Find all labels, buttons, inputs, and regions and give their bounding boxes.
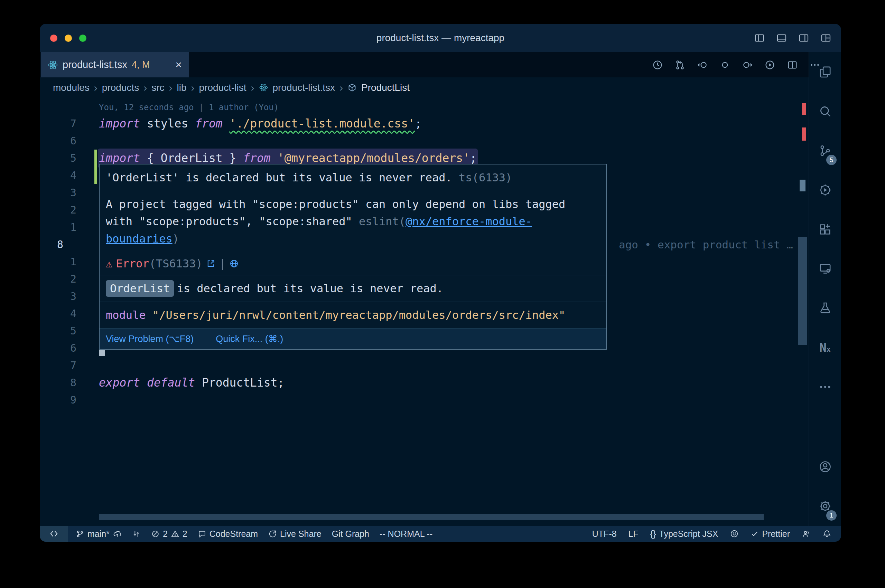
breadcrumb-item-product-list[interactable]: product-list <box>199 82 246 93</box>
git-graph-status[interactable]: Git Graph <box>332 529 369 539</box>
react-file-icon <box>48 60 58 70</box>
chevron-right-icon: › <box>340 82 343 94</box>
problems-status[interactable]: 2 2 <box>151 529 187 539</box>
toggle-sidebar-right-icon[interactable] <box>798 33 809 44</box>
tab-label: product-list.tsx <box>63 59 127 70</box>
settings-badge: 1 <box>826 510 837 520</box>
line-number: 7 <box>40 115 85 132</box>
toggle-panel-icon[interactable] <box>776 33 787 44</box>
activity-source-control[interactable]: 5 <box>809 131 841 170</box>
breadcrumb-item-symbol[interactable]: ProductList <box>361 82 410 93</box>
globe-icon[interactable] <box>229 259 239 268</box>
line-number: 6 <box>40 340 85 357</box>
line-number: 5 <box>40 322 85 340</box>
line-number: 4 <box>40 167 85 184</box>
tab-product-list[interactable]: product-list.tsx 4, M × <box>41 52 189 77</box>
breadcrumb-item-src[interactable]: src <box>152 82 164 93</box>
popup-resize-handle[interactable] <box>99 350 105 356</box>
activity-settings[interactable]: 1 <box>809 486 841 526</box>
status-bar: main* 2 2 CodeStream Live Share <box>40 526 841 542</box>
chevron-right-icon: › <box>251 82 254 94</box>
line-number: 1 <box>40 219 85 236</box>
popup-eslint-rule: A project tagged with "scope:products" c… <box>99 191 606 252</box>
notifications-bell-icon[interactable] <box>822 529 831 538</box>
check-icon <box>751 530 759 538</box>
activity-bar: 5 Nx 1 <box>808 52 841 526</box>
live-share-status[interactable]: Live Share <box>268 529 322 539</box>
activity-extensions[interactable] <box>809 210 841 249</box>
encoding-status[interactable]: UTF-8 <box>592 529 617 539</box>
code-line[interactable]: export default ProductList; <box>99 374 284 392</box>
inline-blame-annotation: ago • export product list … <box>619 236 793 253</box>
breadcrumb-item-products[interactable]: products <box>102 82 139 93</box>
language-status[interactable]: {}TypeScript JSX <box>650 529 718 539</box>
activity-account[interactable] <box>809 447 841 486</box>
popup-message-row: OrderListis declared but its value is ne… <box>99 275 606 302</box>
github-icon[interactable] <box>730 529 739 538</box>
live-share-icon <box>268 530 277 538</box>
code-row[interactable]: 6 <box>40 132 808 150</box>
activity-search[interactable] <box>809 92 841 131</box>
breadcrumb-item-file[interactable]: product-list.tsx <box>273 82 335 93</box>
quick-fix-link[interactable]: Quick Fix... (⌘.) <box>216 332 283 346</box>
remote-indicator[interactable] <box>40 526 68 542</box>
line-number: 5 <box>40 150 85 167</box>
codestream-status[interactable]: CodeStream <box>198 529 258 539</box>
toggle-sidebar-left-icon[interactable] <box>754 33 765 44</box>
editor[interactable]: You, 12 seconds ago | 1 author (You)7imp… <box>40 98 808 526</box>
code-line[interactable]: import styles from './product-list.modul… <box>99 115 422 132</box>
view-problem-link[interactable]: View Problem (⌥F8) <box>106 332 194 346</box>
code-row[interactable]: 9 <box>40 392 808 409</box>
activity-testing[interactable] <box>809 288 841 328</box>
activity-remote-explorer[interactable] <box>809 249 841 288</box>
git-compare-icon[interactable] <box>675 59 685 70</box>
line-number: 1 <box>40 253 85 270</box>
split-editor-icon[interactable] <box>787 59 798 70</box>
git-modified-gutter-bar <box>95 150 97 184</box>
broadcast-icon[interactable] <box>802 529 811 538</box>
vertical-scrollbar[interactable] <box>798 237 807 345</box>
diagnostic-hover-popup: 'OrderList' is declared but its value is… <box>99 164 607 350</box>
code-row[interactable]: 7 <box>40 357 808 374</box>
line-number: 3 <box>40 184 85 201</box>
customize-layout-icon[interactable] <box>820 33 831 44</box>
line-number <box>40 98 85 115</box>
activity-more-views[interactable] <box>809 367 841 406</box>
code-row[interactable]: 7import styles from './product-list.modu… <box>40 115 808 132</box>
prettier-status[interactable]: Prettier <box>751 529 790 539</box>
window-title: product-list.tsx — myreactapp <box>40 24 841 52</box>
popup-actions: View Problem (⌥F8) Quick Fix... (⌘.) <box>99 328 606 349</box>
scm-badge: 5 <box>826 155 837 165</box>
react-file-icon <box>259 83 268 92</box>
change-dot-icon[interactable] <box>720 59 730 70</box>
branch-status[interactable]: main* <box>76 529 122 539</box>
activity-run-debug[interactable] <box>809 170 841 210</box>
eol-status[interactable]: LF <box>628 529 639 539</box>
symbol-cube-icon <box>347 83 357 92</box>
previous-change-icon[interactable] <box>697 59 708 70</box>
run-code-icon[interactable] <box>764 59 775 70</box>
breadcrumb-item-lib[interactable]: lib <box>177 82 187 93</box>
title-bar: product-list.tsx — myreactapp <box>40 24 841 52</box>
code-row[interactable]: 8export default ProductList; <box>40 374 808 392</box>
blame-row[interactable]: You, 12 seconds ago | 1 author (You) <box>40 98 808 115</box>
horizontal-scrollbar[interactable] <box>99 514 764 520</box>
activity-nx-console[interactable]: Nx <box>809 328 841 367</box>
gitlens-compare-status[interactable] <box>132 530 141 538</box>
vim-mode-status[interactable]: -- NORMAL -- <box>380 529 433 539</box>
popup-error-row: ⚠ Error(TS6133) | <box>99 252 606 275</box>
breadcrumb-item-modules[interactable]: modules <box>53 82 90 93</box>
breadcrumb: modules › products › src › lib › product… <box>40 77 808 98</box>
info-ruler-mark <box>799 180 805 191</box>
popup-diagnostic-line: 'OrderList' is declared but its value is… <box>99 165 606 191</box>
next-change-icon[interactable] <box>742 59 753 70</box>
open-external-icon[interactable] <box>206 259 216 268</box>
tab-modified-badge: 4, M <box>132 59 150 70</box>
line-number: 8 <box>40 374 85 392</box>
activity-explorer[interactable] <box>809 52 841 92</box>
line-number: 2 <box>40 201 85 219</box>
tab-close-icon[interactable]: × <box>175 58 182 71</box>
editor-toolbar <box>652 52 820 77</box>
timeline-history-icon[interactable] <box>652 59 663 70</box>
line-number: 8 <box>40 236 85 253</box>
